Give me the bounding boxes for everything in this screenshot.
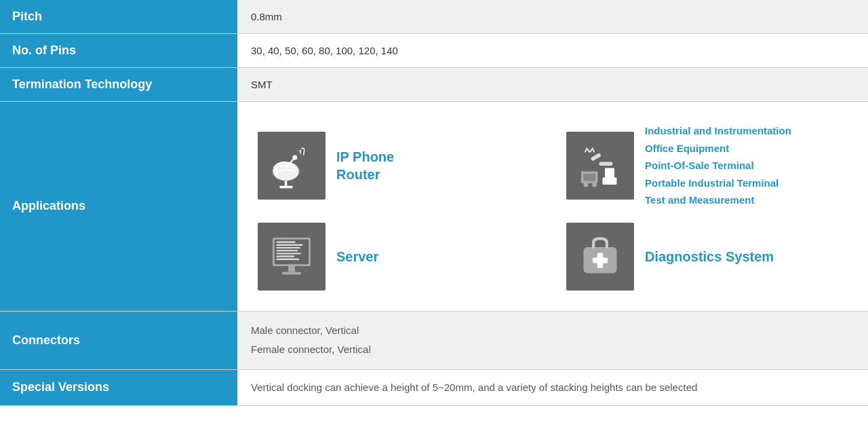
- satellite-dish-icon: [258, 132, 326, 200]
- no-of-pins-value: 30, 40, 50, 60, 80, 100, 120, 140: [237, 34, 868, 68]
- svg-rect-23: [288, 266, 295, 272]
- svg-rect-9: [591, 153, 601, 162]
- industrial-label: Industrial and Instrumentation Office Eq…: [645, 122, 791, 209]
- connectors-label: Connectors: [0, 311, 237, 369]
- termination-value: SMT: [237, 68, 868, 102]
- app-item-ip-phone: IP PhoneRouter: [258, 122, 539, 209]
- app-item-industrial: Industrial and Instrumentation Office Eq…: [566, 122, 848, 209]
- svg-rect-11: [584, 174, 596, 181]
- svg-point-12: [584, 182, 589, 187]
- svg-rect-19: [277, 250, 298, 251]
- special-versions-label: Special Versions: [0, 369, 237, 405]
- special-versions-text: Vertical docking can achieve a height of…: [251, 379, 854, 396]
- connectors-value: Male connector, Vertical Female connecto…: [237, 311, 868, 369]
- applications-grid: IP PhoneRouter: [251, 109, 854, 304]
- app-item-server: Server: [258, 223, 539, 291]
- special-versions-value: Vertical docking can achieve a height of…: [237, 369, 868, 405]
- connectors-row: Connectors Male connector, Vertical Fema…: [0, 311, 868, 369]
- svg-rect-6: [603, 177, 617, 185]
- server-label: Server: [336, 248, 378, 265]
- applications-value: IP PhoneRouter: [237, 102, 868, 312]
- pitch-value: 0.8mm: [237, 0, 868, 34]
- svg-rect-16: [277, 241, 296, 242]
- special-versions-row: Special Versions Vertical docking can ac…: [0, 369, 868, 405]
- svg-rect-17: [277, 244, 303, 245]
- applications-row: Applications: [0, 102, 868, 312]
- svg-rect-18: [277, 247, 300, 248]
- pitch-label: Pitch: [0, 0, 237, 34]
- termination-label: Termination Technology: [0, 68, 237, 102]
- svg-point-5: [292, 155, 297, 160]
- pitch-row: Pitch 0.8mm: [0, 0, 868, 34]
- server-icon: [258, 223, 326, 291]
- app-item-diagnostics: Diagnostics System: [566, 223, 848, 291]
- ip-phone-label: IP PhoneRouter: [336, 148, 394, 183]
- svg-point-13: [592, 182, 597, 187]
- applications-label: Applications: [0, 102, 237, 312]
- svg-rect-20: [277, 253, 301, 254]
- no-of-pins-label: No. of Pins: [0, 34, 237, 68]
- svg-rect-21: [277, 255, 295, 257]
- svg-rect-15: [275, 239, 309, 263]
- diagnostics-icon: [566, 223, 634, 291]
- svg-rect-8: [599, 162, 613, 166]
- industrial-icon: [566, 132, 634, 200]
- svg-rect-27: [593, 257, 608, 263]
- svg-rect-7: [605, 168, 614, 178]
- no-of-pins-row: No. of Pins 30, 40, 50, 60, 80, 100, 120…: [0, 34, 868, 68]
- svg-rect-22: [277, 258, 300, 259]
- termination-row: Termination Technology SMT: [0, 68, 868, 102]
- svg-rect-24: [282, 272, 301, 274]
- connectors-text: Male connector, Vertical Female connecto…: [251, 321, 854, 360]
- diagnostics-label: Diagnostics System: [645, 248, 774, 265]
